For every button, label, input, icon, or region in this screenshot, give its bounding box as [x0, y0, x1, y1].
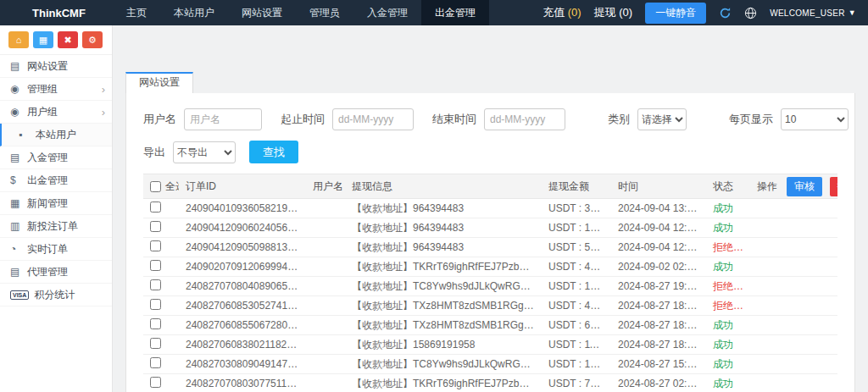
amount: USDT : 50.00	[542, 238, 611, 257]
sidebar-item[interactable]: ◔实时订单	[0, 238, 112, 261]
sidebar-item-label: 用户组	[27, 105, 58, 119]
row-checkbox[interactable]	[150, 240, 161, 251]
home-quick-button[interactable]: ⌂	[8, 31, 29, 48]
withdraw-label: 提现	[594, 6, 616, 19]
time: 2024-08-27 18:39:53	[611, 296, 706, 316]
topbar-nav-item[interactable]: 管理员	[296, 0, 353, 25]
audit-button[interactable]: 审核	[787, 177, 822, 196]
withdraw-info: 【收款地址】TXz8HMT8zdSMB1RGg6txZzQYeTubDqVLXp	[345, 316, 542, 335]
col-status: 状态	[706, 174, 750, 199]
tab-website-settings[interactable]: 网站设置	[125, 72, 193, 94]
time: 2024-08-27 15:20:09	[611, 355, 706, 374]
mute-button[interactable]: 一键静音	[645, 3, 706, 24]
row-checkbox[interactable]	[150, 299, 161, 310]
sidebar-item[interactable]: ◉用户组›	[0, 101, 112, 124]
topbar-nav-item[interactable]: 入金管理	[353, 0, 421, 25]
username	[306, 218, 345, 238]
username-input[interactable]	[184, 108, 262, 130]
row-actions	[750, 199, 837, 218]
status-text: 拒绝申请	[706, 277, 750, 296]
refresh-icon[interactable]	[719, 7, 732, 19]
chevron-right-icon: ›	[102, 84, 105, 95]
select-all-checkbox[interactable]	[150, 181, 161, 192]
end-date-input[interactable]	[484, 108, 565, 130]
sidebar-item[interactable]: ◉管理组›	[0, 78, 112, 101]
username	[306, 335, 345, 355]
chevron-right-icon: ›	[102, 107, 105, 118]
col-actions: 操作	[757, 180, 777, 192]
row-checkbox[interactable]	[150, 221, 161, 232]
recharge-link[interactable]: 充值 (0)	[542, 5, 581, 20]
username-filter: 用户名	[143, 108, 262, 130]
start-date-input[interactable]	[332, 108, 414, 130]
sidebar-item[interactable]: ▤代理管理	[0, 261, 112, 284]
per-page-select[interactable]: 10	[781, 108, 849, 130]
app-window: ThinkCMF 主页本站用户网站设置管理员入金管理出金管理 充值 (0) 提现…	[0, 0, 868, 392]
sidebar-item[interactable]: ▪本站用户	[0, 124, 112, 146]
search-button[interactable]: 查找	[249, 141, 298, 163]
sidebar-item-label: 本站用户	[36, 128, 76, 142]
amount: USDT : 14.00	[542, 277, 611, 296]
status-text: 成功	[706, 199, 750, 218]
category-label: 类别	[608, 112, 630, 127]
withdraw-info: 【收款地址】TC8Yw9hs9dJLkQwRGWki6kFj9sxpJz3wfE	[345, 277, 542, 296]
topbar-nav-item[interactable]: 网站设置	[228, 0, 296, 25]
status-text: 成功	[706, 355, 750, 374]
export-select[interactable]: 不导出	[173, 141, 236, 163]
sidebar-item-label: 新投注订单	[27, 219, 78, 234]
users-icon: ◉	[10, 106, 27, 118]
row-checkbox[interactable]	[150, 202, 161, 213]
username	[306, 355, 345, 374]
table-row: 240902070912069994741【收款地址】TKRrT69ighRfF…	[143, 257, 837, 277]
sidebar-item-label: 实时订单	[27, 242, 68, 257]
withdraw-info: 【收款地址】TKRrT69ighRfFEJ7Pzbue4VAjLryyFFYdJ…	[345, 374, 542, 392]
col-order-id: 订单ID	[179, 174, 306, 199]
sidebar-item[interactable]: ▤入金管理	[0, 146, 112, 169]
user-menu[interactable]: WELCOME_USER ▼	[770, 8, 856, 18]
category-select[interactable]: 请选择	[637, 108, 687, 130]
topbar-nav-item[interactable]: 出金管理	[421, 0, 489, 25]
globe-icon[interactable]	[744, 7, 757, 19]
sidebar-item[interactable]: $出金管理	[0, 169, 112, 192]
time: 2024-08-27 19:12:04	[611, 277, 706, 296]
topbar-nav-item[interactable]: 主页	[113, 0, 160, 25]
time: 2024-09-02 02:37:12	[611, 257, 706, 277]
table-row: 240827060853052741660【收款地址】TXz8HMT8zdSMB…	[143, 296, 837, 316]
apps-quick-button[interactable]: ▦	[33, 31, 53, 48]
withdraw-info: 【收款地址】964394483	[345, 238, 542, 257]
table-row: 240827060855067280868【收款地址】TXz8HMT8zdSMB…	[143, 316, 837, 335]
recharge-label: 充值	[542, 6, 565, 19]
row-checkbox[interactable]	[150, 377, 161, 388]
row-checkbox[interactable]	[150, 357, 161, 368]
withdraw-link[interactable]: 提现 (0)	[594, 5, 633, 20]
start-time-filter: 起止时间	[281, 108, 414, 130]
gear-quick-button[interactable]: ⚙	[82, 31, 103, 48]
row-actions	[750, 316, 837, 335]
status-text: 成功	[706, 257, 750, 277]
row-checkbox[interactable]	[150, 279, 161, 290]
status-text: 成功	[706, 374, 750, 392]
brand-logo[interactable]: ThinkCMF	[0, 0, 113, 25]
status-text: 成功	[706, 335, 750, 355]
reject-button[interactable]: 拒绝	[830, 177, 837, 196]
sidebar-item-label: 入金管理	[27, 151, 68, 165]
sidebar-item[interactable]: VISA积分统计	[0, 284, 112, 306]
start-time-label: 起止时间	[281, 112, 325, 127]
export-filter: 导出 不导出	[143, 141, 236, 163]
withdraw-table: 全选 订单ID 用户名 提现信息 提现金额 时间 状态 操作 审核	[143, 174, 837, 392]
amount: USDT : 61.00	[542, 316, 611, 335]
sidebar-item[interactable]: ▦新闻管理	[0, 192, 112, 215]
trash-quick-button[interactable]: ✖	[58, 31, 78, 48]
topbar: ThinkCMF 主页本站用户网站设置管理员入金管理出金管理 充值 (0) 提现…	[0, 0, 868, 25]
row-checkbox[interactable]	[150, 338, 161, 349]
topbar-nav-item[interactable]: 本站用户	[160, 0, 228, 25]
row-checkbox[interactable]	[150, 318, 161, 329]
filter-row-2: 导出 不导出 查找	[143, 141, 837, 163]
col-username: 用户名	[306, 174, 345, 199]
sidebar-item[interactable]: ▤网站设置	[0, 55, 112, 78]
users-icon: ◉	[10, 83, 27, 95]
status-text: 成功	[706, 316, 750, 335]
sidebar-item[interactable]: ▥新投注订单	[0, 215, 112, 238]
row-checkbox[interactable]	[150, 260, 161, 271]
topbar-nav: 主页本站用户网站设置管理员入金管理出金管理	[113, 0, 489, 25]
